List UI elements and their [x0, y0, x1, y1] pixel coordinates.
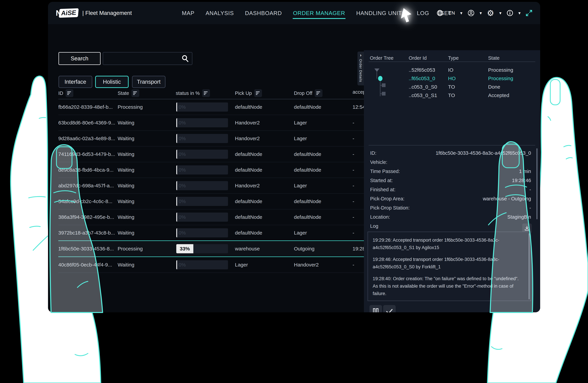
nav-item-dashboard[interactable]: DASHBOARD [245, 7, 282, 19]
order-details-tab-label: Order Details [359, 59, 363, 82]
log-box[interactable]: 19:29:26: Accepted transport order 1f6bc… [368, 232, 531, 301]
progress-sliver [176, 181, 177, 190]
cell-order-id: 54afcc9d-cb2c-4c6c-8... [58, 194, 112, 209]
finish-button[interactable] [383, 305, 396, 312]
detail-label: Started at: [370, 178, 393, 183]
cell-drop-off: Lager [294, 225, 307, 241]
cell-state: Waiting [118, 162, 134, 178]
progress-label: 0% [179, 118, 186, 127]
cell-pick-up: Handover2 [235, 115, 260, 131]
pause-button[interactable] [369, 305, 382, 312]
cell-accepted-at: - [353, 146, 354, 162]
divider [369, 145, 535, 145]
tree-cell-order-id: ..c053_0_S0 [409, 84, 437, 90]
tree-column-header-type: Type [448, 55, 459, 61]
search-button[interactable]: Search [59, 52, 101, 65]
table-row[interactable]: 741169d3-6d53-4479-b...Waiting0%defaultN… [58, 146, 364, 162]
sort-icon[interactable] [202, 89, 210, 97]
table-row[interactable]: 40c86f05-0ecb-44f4-9...Waiting0%LagerHan… [58, 257, 364, 273]
tree-cell-order-id: ..c053_0_S1 [409, 92, 437, 98]
progress-bar: 0% [176, 260, 228, 269]
progress-bar: 0% [176, 228, 228, 237]
order-details-tab[interactable]: › Order Details [357, 52, 364, 85]
table-row[interactable]: 386a3f94-3982-495e-b...Waiting0%defaultN… [58, 209, 364, 225]
settings-gear-icon[interactable]: ⚙ [487, 9, 494, 17]
orders-table: IDStatestatus in %Pick UpDrop Offaccep f… [58, 88, 364, 273]
table-row[interactable]: de9c8a38-fbd6-4bca-9...Waiting0%defaultN… [58, 162, 364, 178]
table-row[interactable]: 54afcc9d-cb2c-4c6c-8...Waiting0%defaultN… [58, 194, 364, 209]
cell-accepted-at: - [353, 131, 354, 146]
cell-order-id: 63bcd8d6-80e6-4369-9... [58, 115, 115, 131]
language-caret-icon[interactable]: ▾ [460, 10, 462, 16]
sort-icon[interactable] [65, 89, 73, 97]
nav-item-log[interactable]: LOG [417, 7, 429, 19]
tree-row[interactable]: ..c053_0_S0TODone [364, 83, 540, 91]
tree-cell-state: Processing [488, 76, 513, 81]
sort-icon[interactable] [131, 89, 139, 97]
tree-row[interactable]: ..f65c053_0HOProcessing [364, 74, 540, 83]
globe-icon[interactable] [437, 10, 443, 16]
cell-drop-off: Outgoing [294, 241, 315, 256]
cell-pick-up: Lager [235, 257, 248, 272]
cell-pick-up: defaultNode [235, 146, 262, 162]
info-caret-icon[interactable]: ▾ [518, 10, 521, 16]
orders-table-body: fb66a202-8339-48ef-b...Processing0%defau… [58, 99, 364, 273]
fullscreen-icon[interactable] [526, 10, 532, 16]
progress-label: 0% [179, 134, 186, 143]
stage: N AiSE | Fleet Management MAPANALYSISDAS… [0, 0, 588, 383]
progress-bar: 0% [176, 181, 228, 190]
settings-caret-icon[interactable]: ▾ [499, 10, 502, 16]
column-header-label: status in % [176, 90, 200, 96]
user-icon[interactable] [467, 9, 475, 17]
nav-item-analysis[interactable]: ANALYSIS [205, 7, 234, 19]
nav-item-map[interactable]: MAP [182, 7, 195, 19]
cell-drop-off: defaultNode [294, 162, 321, 178]
cell-pick-up: defaultNode [235, 209, 262, 225]
cell-state: Waiting [118, 146, 134, 162]
cell-order-id: fb66a202-8339-48ef-b... [58, 99, 113, 115]
logo-badge: AiSE [59, 8, 79, 18]
column-header-pick-up: Pick Up [235, 89, 262, 97]
user-caret-icon[interactable]: ▾ [480, 10, 482, 16]
column-header-drop-off: Drop Off [294, 89, 322, 97]
cell-order-id: 40c86f05-0ecb-44f4-9... [58, 257, 112, 272]
cell-accepted-at: - [353, 115, 354, 131]
cell-order-id: 3972bc18-a3b7-43c8-b... [58, 225, 115, 241]
log-entry: 19:29:26: Accepted transport order 1f6bc… [373, 236, 524, 251]
cell-order-id: de9c8a38-fbd6-4bca-9... [58, 162, 114, 178]
language-label[interactable]: EN [448, 10, 455, 16]
tree-row[interactable]: ..c053_0_S1TOAccepted [364, 91, 540, 100]
search-input[interactable] [103, 52, 192, 65]
details-scrollbar[interactable] [536, 148, 537, 219]
nav-menu: MAPANALYSISDASHBOARDORDER MANAGERHANDLIN… [182, 2, 452, 24]
table-row[interactable]: fb66a202-8339-48ef-b...Processing0%defau… [58, 99, 364, 115]
filter-tab-transport[interactable]: Transport [132, 76, 166, 88]
progress-bar: 0% [176, 102, 228, 112]
table-row[interactable]: 63bcd8d6-80e6-4369-9...Waiting0%Handover… [58, 115, 364, 131]
sort-icon[interactable] [315, 89, 322, 97]
column-header-state: State [118, 89, 139, 97]
tree-row[interactable]: ..52f65c053IOProcessing [364, 66, 540, 74]
log-scrollbar[interactable] [529, 233, 529, 299]
progress-sliver [176, 228, 177, 237]
progress-bar: 33% [176, 244, 228, 253]
cell-pick-up: Handover2 [235, 178, 260, 193]
table-row[interactable]: abd297dc-698a-457f-a...Waiting0%Handover… [58, 178, 364, 194]
nav-item-order-manager[interactable]: ORDER MANAGER [293, 7, 345, 19]
cell-drop-off: defaultNode [294, 194, 321, 209]
cell-accepted-at: - [353, 257, 354, 272]
table-row[interactable]: 1f6bc50e-3033-4536-8...Processing33%ware… [58, 240, 364, 257]
search-icon[interactable] [181, 54, 189, 62]
table-row[interactable]: 9d28aa6c-02a3-4e89-8...Waiting0%Handover… [58, 131, 364, 146]
progress-bar: 0% [176, 134, 228, 143]
progress-sliver [176, 260, 177, 269]
sort-icon[interactable] [254, 89, 262, 97]
navbar: N AiSE | Fleet Management MAPANALYSISDAS… [48, 2, 540, 24]
nav-item-handling-units[interactable]: HANDLING UNITS [356, 7, 406, 19]
table-row[interactable]: 3972bc18-a3b7-43c8-b...Waiting0%defaultN… [58, 225, 364, 241]
filter-tab-interface[interactable]: Interface [59, 76, 92, 88]
info-icon[interactable] [506, 10, 513, 16]
filter-tab-holistic[interactable]: Holistic [95, 76, 129, 88]
detail-value: - [529, 205, 531, 211]
column-header-label: Pick Up [235, 90, 252, 96]
